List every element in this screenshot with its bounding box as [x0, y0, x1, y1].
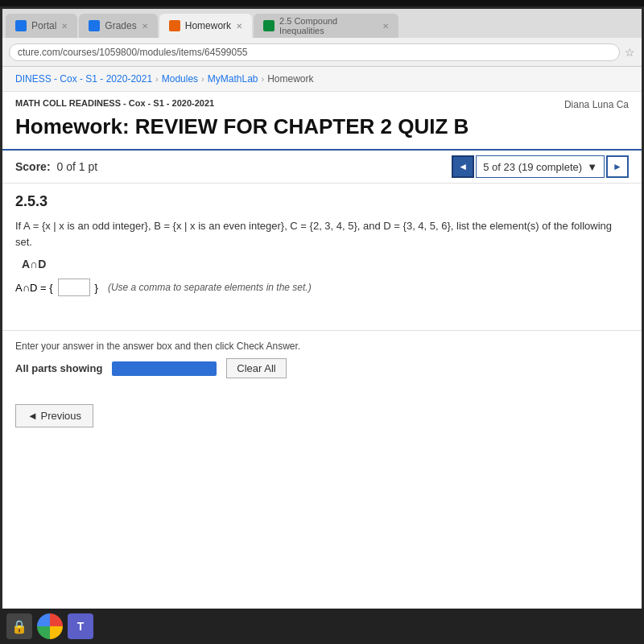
score-value: 0 of 1 pt: [56, 160, 97, 173]
tab-grades-close[interactable]: ✕: [142, 22, 148, 31]
breadcrumb: DINESS - Cox - S1 - 2020-2021 › Modules …: [2, 67, 642, 92]
taskbar-teams-icon[interactable]: T: [68, 613, 93, 639]
parts-label: All parts showing: [15, 362, 102, 374]
question-area: 2.5.3 If A = {x | x is an odd integer}, …: [2, 184, 642, 314]
answer-suffix: }: [95, 282, 98, 294]
question-text: If A = {x | x is an odd integer}, B = {x…: [15, 218, 629, 250]
tab-homework[interactable]: Homework ✕: [159, 14, 252, 38]
parts-row: All parts showing Clear All: [15, 358, 629, 378]
page-header: MATH COLL READINESS - Cox - S1 - 2020-20…: [2, 92, 642, 151]
tab-portal-icon: [15, 20, 27, 31]
breadcrumb-sep-2: ›: [201, 74, 204, 84]
address-bar: cture.com/courses/1059800/modules/items/…: [2, 38, 642, 67]
tab-portal-label: Portal: [31, 20, 56, 31]
answer-prefix: A∩D = {: [15, 282, 53, 294]
tab-homework-close[interactable]: ✕: [236, 22, 242, 31]
question-number: 2.5.3: [15, 193, 629, 210]
score-nav-row: Score: 0 of 1 pt ◄ 5 of 23 (19 complete)…: [2, 151, 642, 184]
progress-text: 5 of 23 (19 complete): [483, 161, 582, 173]
progress-dropdown[interactable]: 5 of 23 (19 complete) ▼: [476, 155, 605, 178]
breadcrumb-item-4: Homework: [267, 73, 313, 85]
answer-row: A∩D = { } (Use a comma to separate eleme…: [15, 279, 629, 296]
tab-compound-close[interactable]: ✕: [382, 22, 389, 31]
taskbar-lock-icon[interactable]: 🔒: [6, 613, 32, 639]
course-label: MATH COLL READINESS - Cox - S1 - 2020-20…: [15, 98, 214, 108]
tab-grades[interactable]: Grades ✕: [79, 14, 157, 38]
homework-title: Homework: REVIEW FOR CHAPTER 2 QUIZ B: [15, 114, 629, 139]
taskbar-chrome-icon[interactable]: [37, 613, 63, 639]
dropdown-arrow: ▼: [587, 161, 597, 173]
prev-nav-button[interactable]: ◄: [452, 155, 474, 178]
tab-compound[interactable]: 2.5 Compound Inequalities ✕: [254, 14, 398, 38]
tab-compound-label: 2.5 Compound Inequalities: [279, 16, 378, 35]
url-field[interactable]: cture.com/courses/1059800/modules/items/…: [9, 43, 620, 61]
tab-homework-label: Homework: [185, 20, 231, 31]
breadcrumb-item-1[interactable]: DINESS - Cox - S1 - 2020-2021: [15, 73, 152, 85]
progress-bar: [112, 361, 217, 376]
user-name: Diana Luna Ca: [564, 99, 629, 110]
page-content: DINESS - Cox - S1 - 2020-2021 › Modules …: [2, 67, 642, 609]
breadcrumb-sep-1: ›: [155, 74, 159, 84]
bookmark-icon[interactable]: ☆: [625, 46, 635, 59]
hint-text: (Use a comma to separate elements in the…: [108, 282, 312, 293]
nav-controls: ◄ 5 of 23 (19 complete) ▼ ►: [452, 155, 629, 178]
tab-grades-icon: [89, 20, 100, 31]
tab-portal[interactable]: Portal ✕: [6, 14, 77, 38]
tab-grades-label: Grades: [105, 20, 136, 31]
clear-all-button[interactable]: Clear All: [226, 358, 286, 378]
tab-bar: Portal ✕ Grades ✕ Homework ✕: [2, 9, 642, 38]
answer-input[interactable]: [58, 279, 90, 296]
tab-compound-icon: [263, 20, 275, 31]
tab-homework-icon: [169, 20, 180, 31]
url-text: cture.com/courses/1059800/modules/items/…: [18, 47, 248, 58]
tab-portal-close[interactable]: ✕: [61, 22, 68, 31]
taskbar: 🔒 T: [0, 609, 644, 644]
teams-label: T: [77, 620, 85, 633]
set-label: A∩D: [22, 258, 629, 270]
bottom-instructions: Enter your answer in the answer box and …: [2, 330, 642, 398]
previous-button[interactable]: ◄ Previous: [15, 404, 93, 427]
breadcrumb-item-2[interactable]: Modules: [162, 73, 198, 85]
next-nav-button[interactable]: ►: [606, 155, 629, 178]
instructions-text: Enter your answer in the answer box and …: [15, 341, 629, 352]
breadcrumb-sep-3: ›: [261, 74, 264, 84]
breadcrumb-item-3[interactable]: MyMathLab: [208, 73, 258, 85]
score-label: Score: 0 of 1 pt: [15, 160, 97, 173]
